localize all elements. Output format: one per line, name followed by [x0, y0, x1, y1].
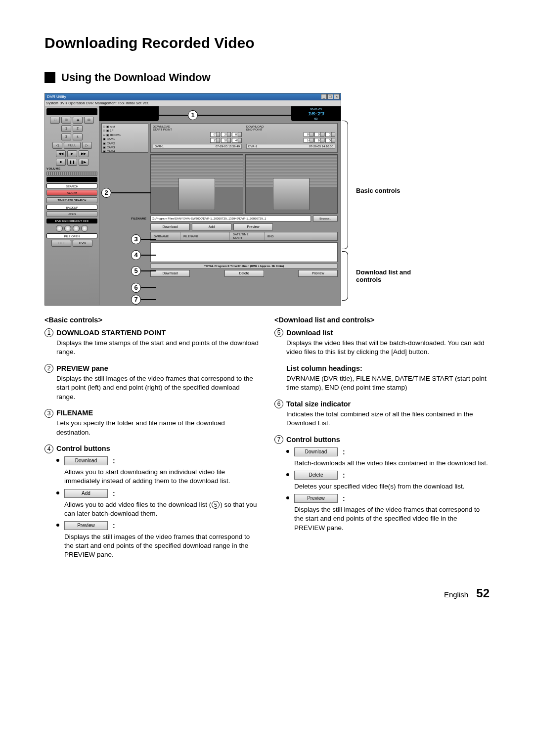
menubar[interactable]: System DVR Operation DVR Management Tool… — [45, 100, 341, 106]
rec-circle-4[interactable] — [81, 225, 88, 232]
volume-slider[interactable] — [46, 172, 97, 176]
prev-btn[interactable]: ◁ — [52, 142, 62, 149]
tree-room[interactable]: ⊟ ▣ ROOM1 — [103, 133, 147, 137]
camera-btn-1[interactable]: 1 — [61, 125, 71, 132]
rewind-btn[interactable]: ◀◀ — [56, 150, 66, 157]
clock: 08-01-05 16:23 03 — [291, 106, 341, 121]
timedate-search-btn[interactable]: TIME/DATE SEARCH — [46, 197, 97, 203]
left-display — [99, 106, 159, 121]
start-hour-spin[interactable]: 13 — [210, 138, 220, 143]
download-button-image: Download — [294, 447, 338, 456]
start-min-spin[interactable]: 59 — [221, 138, 231, 143]
file-btn[interactable]: FILE — [51, 240, 71, 247]
list-preview-button[interactable]: Preview — [298, 270, 338, 277]
filename-input[interactable]: C:\Program Files\SANYO\VA-SW8000\DVR-1_2… — [150, 216, 311, 222]
jpeg-btn[interactable]: JPEG — [46, 211, 97, 217]
layout-btn-single[interactable]: □ — [50, 117, 60, 124]
basic-add-button[interactable]: Add — [192, 223, 231, 230]
num-1: 1 — [44, 328, 53, 337]
end-year-spin[interactable]: 05 — [325, 132, 335, 137]
tree-root[interactable]: ⊟ ▣ root — [103, 125, 147, 129]
rec-circle-1[interactable] — [56, 225, 63, 232]
camera-tree[interactable]: ⊟ ▣ root ⊟ ▣ 1F ⊟ ▣ ROOM1 ▣ CAM1 ▣ CAM2 … — [101, 123, 148, 153]
dvr-btn[interactable]: DVR — [73, 240, 92, 247]
bullet-icon — [286, 496, 289, 499]
item-3: 3FILENAME Lets you specify the folder an… — [44, 408, 260, 437]
tree-cam4[interactable]: ▣ CAM4 — [103, 149, 147, 153]
alarm-btn[interactable]: ALARM — [46, 190, 97, 196]
step-btn[interactable]: ❚▶ — [79, 159, 89, 166]
brace-basic — [342, 121, 348, 249]
next-btn[interactable]: ▷ — [82, 142, 92, 149]
ff-btn[interactable]: ▶▶ — [79, 150, 89, 157]
item-4a: Download : — [44, 456, 260, 466]
minimize-icon[interactable]: _ — [321, 94, 327, 99]
rec-circle-3[interactable] — [73, 225, 80, 232]
full-btn[interactable]: FULL — [64, 142, 81, 149]
list-headings-title: List column headings: — [286, 364, 362, 374]
list-download-button[interactable]: Download — [150, 270, 190, 277]
basic-controls-header: <Basic controls> — [44, 315, 260, 325]
layout-btn-multi[interactable]: ⊞ — [84, 117, 94, 124]
window-title: DVR Utility — [47, 94, 66, 99]
brace-list-label: Download list and controls — [356, 268, 435, 283]
tree-floor[interactable]: ⊟ ▣ 1F — [103, 129, 147, 133]
tree-cam3[interactable]: ▣ CAM3 — [103, 145, 147, 149]
end-hour-spin[interactable]: 14 — [304, 138, 313, 143]
clock-time: 16:23 — [308, 111, 324, 117]
start-timestamp: 07-29-05 13:59:49 — [216, 145, 240, 148]
item-7c-desc: Displays the still images of the video f… — [274, 505, 490, 533]
end-sec-spin[interactable]: 00 — [325, 138, 335, 143]
callout-3: 3 — [131, 234, 141, 244]
item-7: 7Control buttons Download : Batch-downlo… — [274, 435, 490, 533]
download-points-panel: DOWNLOAD START POINT 07 29 05 13 59 49 — [150, 123, 338, 153]
layout-btn-seq[interactable]: ◈ — [73, 117, 83, 124]
end-dvrname: DVR-1 — [248, 145, 257, 148]
item-6: 6Total size indicator Indicates the tota… — [274, 400, 490, 428]
num-2: 2 — [44, 364, 53, 373]
tree-cam1[interactable]: ▣ CAM1 — [103, 137, 147, 141]
start-day-spin[interactable]: 29 — [221, 132, 231, 137]
item-2: 2PREVIEW pane Displays the still images … — [44, 364, 260, 401]
control-sidebar: □ ⊞ ◈ ⊞ 1 2 3 4 ◁ FULL ▷ — [45, 106, 99, 305]
basic-preview-button[interactable]: Preview — [233, 223, 273, 230]
pause-btn[interactable]: ❚❚ — [67, 159, 77, 166]
stop-btn[interactable]: ■ — [56, 159, 66, 166]
end-min-spin[interactable]: 10 — [314, 138, 324, 143]
basic-download-button[interactable]: Download — [150, 223, 190, 230]
num-5: 5 — [274, 328, 283, 337]
start-month-spin[interactable]: 07 — [210, 132, 220, 137]
list-delete-button[interactable]: Delete — [224, 270, 264, 277]
bullet-icon — [56, 491, 59, 494]
callout-line-1r — [198, 115, 336, 116]
camera-btn-3[interactable]: 3 — [61, 133, 71, 140]
play-btn[interactable]: ▶ — [67, 150, 77, 157]
list-headings-desc: DVRNAME (DVR title), FILE NAME, DATE/TIM… — [274, 374, 490, 392]
end-month-spin[interactable]: 07 — [304, 132, 313, 137]
maximize-icon[interactable]: □ — [327, 94, 333, 99]
section-title: Using the Download Window — [61, 71, 211, 84]
tree-cam2[interactable]: ▣ CAM2 — [103, 141, 147, 145]
download-list[interactable] — [150, 242, 338, 262]
callout-line-6 — [141, 287, 156, 288]
camera-btn-2[interactable]: 2 — [73, 125, 83, 132]
callout-1: 1 — [188, 110, 198, 120]
bullet-icon — [286, 473, 289, 476]
layout-btn-quad[interactable]: ⊞ — [61, 117, 71, 124]
browse-button[interactable]: Browse.. — [313, 216, 338, 222]
item-5-title: Download list — [286, 328, 333, 338]
item-1-desc: Displays the time stamps of the start an… — [44, 339, 260, 356]
start-year-spin[interactable]: 05 — [232, 132, 242, 137]
item-1: 1DOWNLOAD START/END POINT Displays the t… — [44, 328, 260, 357]
end-day-spin[interactable]: 29 — [314, 132, 324, 137]
item-6-desc: Indicates the total combined size of all… — [274, 410, 490, 428]
rec-circle-2[interactable] — [64, 225, 71, 232]
item-3-desc: Lets you specify the folder and file nam… — [44, 419, 260, 437]
camera-btn-4[interactable]: 4 — [73, 133, 83, 140]
num-4: 4 — [44, 445, 53, 453]
filename-label: FILENAME — [101, 217, 148, 220]
download-button-image: Download — [64, 456, 108, 465]
start-sec-spin[interactable]: 49 — [232, 138, 242, 143]
close-icon[interactable]: × — [334, 94, 340, 99]
delete-button-image: Delete — [294, 471, 338, 480]
